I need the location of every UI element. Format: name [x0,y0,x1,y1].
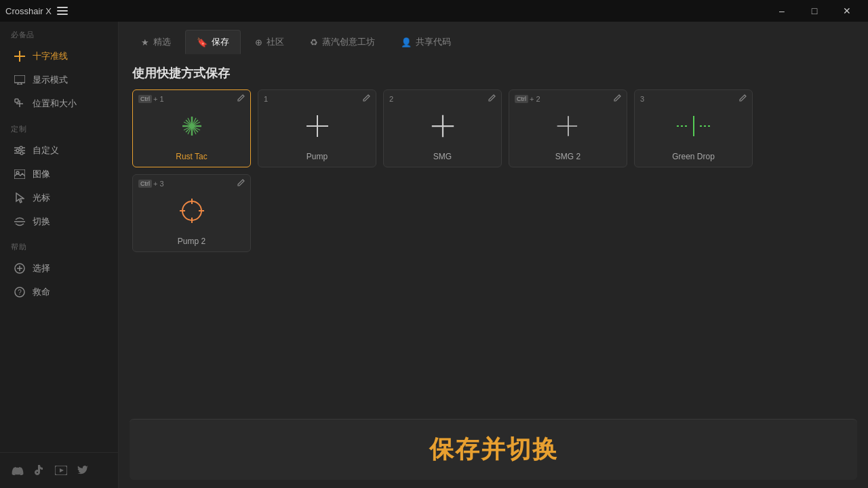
card-preview-rust-tac [133,103,250,149]
shortcut-green-drop: 3 [640,95,644,103]
sidebar-label-cursor: 光标 [33,192,50,204]
menu-icon[interactable] [57,7,68,15]
shortcut-smg2: Ctrl + 2 [515,95,540,103]
shortcut-pump2: Ctrl + 3 [138,180,164,188]
save-bar-text: 保存并切换 [429,433,558,466]
sidebar-bottom [0,452,118,488]
svg-marker-15 [16,193,24,203]
sidebar-item-image[interactable]: 图像 [3,163,115,186]
svg-point-51 [182,201,201,220]
ctrl-badge: Ctrl [138,95,152,103]
shortcut-pump: 1 [264,95,268,103]
tab-workshop[interactable]: ♻ 蒸汽创意工坊 [298,30,387,54]
workshop-tab-icon: ♻ [310,37,318,47]
svg-point-11 [16,149,19,152]
svg-rect-0 [14,75,25,83]
preset-card-rust-tac[interactable]: Ctrl + 1 [132,89,251,167]
image-icon [14,168,26,180]
sidebar-item-custom[interactable]: 自定义 [3,139,115,162]
tab-featured[interactable]: ★ 精选 [130,30,182,54]
position-icon [14,98,26,110]
sidebar-section-custom: 定制 自定义 图像 光标 [0,116,118,234]
svg-point-12 [20,152,23,155]
svg-marker-23 [60,468,64,472]
card-label-rust-tac: Rust Tac [133,149,250,167]
tab-community-label: 社区 [267,36,284,48]
titlebar-controls: – □ ✕ [766,0,863,22]
sidebar-item-select[interactable]: 选择 [3,257,115,280]
card-label-green-drop: Green Drop [635,149,752,167]
featured-tab-icon: ★ [141,37,149,47]
sidebar-label-position: 位置和大小 [33,98,77,110]
card-header-green-drop: 3 [635,90,752,103]
edit-icon-pump2[interactable] [237,179,245,188]
twitter-icon[interactable] [76,464,90,477]
tab-saved[interactable]: 🔖 保存 [185,30,241,54]
card-preview-pump2 [133,188,250,234]
preset-card-pump2[interactable]: Ctrl + 3 [132,174,251,252]
sidebar-label-rescue: 救命 [33,286,50,298]
svg-line-29 [186,120,192,126]
sidebar-item-cursor[interactable]: 光标 [3,186,115,209]
shortcut-rust-tac: Ctrl + 1 [138,95,164,103]
sidebar-item-switch[interactable]: 切换 [3,210,115,233]
tiktok-icon[interactable] [33,464,46,477]
card-preview-pump [258,103,376,149]
section-label-help: 帮助 [0,234,118,256]
custom-icon [14,144,26,157]
sidebar-label-crosshair: 十字准线 [33,50,68,62]
sidebar-label-custom: 自定义 [33,144,59,157]
edit-icon-smg[interactable] [488,94,496,103]
sidebar-label-image: 图像 [33,168,50,180]
edit-icon-pump[interactable] [363,94,370,103]
tab-workshop-label: 蒸汽创意工坊 [322,36,375,48]
social-icons [0,458,118,483]
edit-icon-green-drop[interactable] [739,94,747,103]
ctrl-badge-pump2: Ctrl [138,180,152,188]
ctrl-badge-smg2: Ctrl [515,95,528,103]
tab-sharecode[interactable]: 👤 共享代码 [389,30,462,54]
switch-icon [14,216,26,228]
preset-card-pump[interactable]: 1 Pump [258,89,376,167]
tabs-bar: ★ 精选 🔖 保存 ⊕ 社区 ♻ 蒸汽创意工坊 👤 共享代码 [119,22,868,54]
svg-line-31 [186,126,192,132]
edit-icon-rust-tac[interactable] [237,94,245,103]
card-header-smg: 2 [384,90,501,103]
tab-saved-label: 保存 [212,36,229,48]
preset-card-smg2[interactable]: Ctrl + 2 SMG 2 [509,89,627,167]
edit-icon-smg2[interactable] [614,94,621,103]
page-title: 使用快捷方式保存 [132,65,854,81]
card-label-smg2: SMG 2 [509,149,627,167]
card-header-rust-tac: Ctrl + 1 [133,90,250,103]
discord-icon[interactable] [11,464,24,477]
youtube-icon[interactable] [54,464,68,477]
card-header-pump: 1 [258,90,376,103]
sidebar: 必备品 十字准线 显示模式 位置和大小 定制 [0,22,119,488]
minimize-button[interactable]: – [766,0,797,22]
preset-card-green-drop[interactable]: 3 [634,89,753,167]
presets-area: Ctrl + 1 [119,89,868,419]
sidebar-section-help: 帮助 选择 ? 救命 [0,234,118,304]
card-label-pump: Pump [258,149,376,167]
crosshair-icon [14,50,26,62]
maximize-button[interactable]: □ [799,0,830,22]
svg-text:?: ? [18,289,22,296]
tab-featured-label: 精选 [153,36,171,48]
card-preview-smg [384,103,501,149]
titlebar: Crosshair X – □ ✕ [0,0,868,22]
sidebar-item-rescue[interactable]: ? 救命 [3,281,115,304]
sidebar-item-crosshair[interactable]: 十字准线 [3,45,115,68]
svg-line-30 [192,120,198,126]
svg-rect-6 [15,99,18,102]
card-preview-green-drop [635,103,752,149]
preset-card-smg[interactable]: 2 SMG [383,89,502,167]
close-button[interactable]: ✕ [831,0,863,22]
tab-community[interactable]: ⊕ 社区 [243,30,296,54]
sidebar-item-position[interactable]: 位置和大小 [3,92,115,115]
sharecode-tab-icon: 👤 [401,37,412,47]
sidebar-item-display[interactable]: 显示模式 [3,68,115,92]
cursor-icon [14,192,26,204]
save-bar[interactable]: 保存并切换 [130,419,857,480]
section-label-essentials: 必备品 [0,22,118,44]
display-icon [14,74,26,86]
